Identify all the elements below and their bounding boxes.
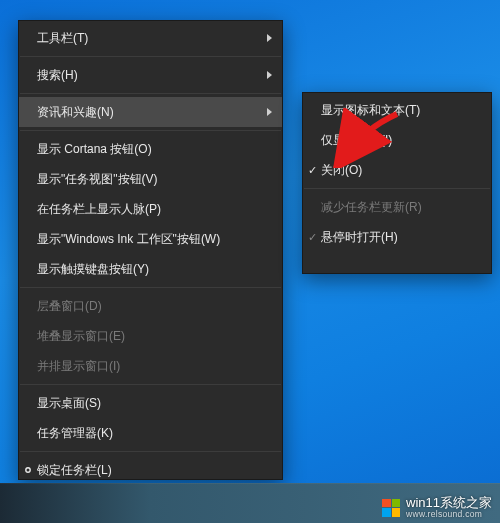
menu-item-label: 锁定任务栏(L) xyxy=(37,462,272,479)
menu-item-cascade-windows: 层叠窗口(D) xyxy=(19,291,282,321)
menu-item-label: 显示图标和文本(T) xyxy=(321,102,481,119)
news-interests-submenu: 显示图标和文本(T) 仅显示图标(I) ✓ 关闭(O) 减少任务栏更新(R) ✓… xyxy=(302,92,492,274)
watermark-url: www.relsound.com xyxy=(406,510,492,519)
taskbar-context-menu: 工具栏(T) 搜索(H) 资讯和兴趣(N) 显示 Cortana 按钮(O) 显… xyxy=(18,20,283,480)
menu-item-label: 任务管理器(K) xyxy=(37,425,272,442)
menu-item-stack-windows: 堆叠显示窗口(E) xyxy=(19,321,282,351)
submenu-item-show-icon-only[interactable]: 仅显示图标(I) xyxy=(303,125,491,155)
menu-separator xyxy=(20,93,281,94)
windows-logo-icon xyxy=(382,499,400,517)
submenu-item-show-icon-text[interactable]: 显示图标和文本(T) xyxy=(303,95,491,125)
menu-item-show-ink-workspace[interactable]: 显示"Windows Ink 工作区"按钮(W) xyxy=(19,224,282,254)
submenu-item-reduce-updates: 减少任务栏更新(R) xyxy=(303,192,491,222)
lock-icon xyxy=(21,463,35,477)
desktop-background: 工具栏(T) 搜索(H) 资讯和兴趣(N) 显示 Cortana 按钮(O) 显… xyxy=(0,0,500,523)
menu-item-label: 搜索(H) xyxy=(37,67,263,84)
menu-item-show-taskview[interactable]: 显示"任务视图"按钮(V) xyxy=(19,164,282,194)
menu-item-news-interests[interactable]: 资讯和兴趣(N) xyxy=(19,97,282,127)
svg-point-0 xyxy=(26,468,30,472)
menu-separator xyxy=(20,451,281,452)
menu-item-label: 显示"任务视图"按钮(V) xyxy=(37,171,272,188)
menu-item-show-cortana[interactable]: 显示 Cortana 按钮(O) xyxy=(19,134,282,164)
menu-separator xyxy=(20,56,281,57)
menu-item-label: 堆叠显示窗口(E) xyxy=(37,328,272,345)
menu-item-label: 显示桌面(S) xyxy=(37,395,272,412)
menu-item-label: 关闭(O) xyxy=(321,162,481,179)
menu-item-task-manager[interactable]: 任务管理器(K) xyxy=(19,418,282,448)
menu-item-label: 悬停时打开(H) xyxy=(321,229,481,246)
menu-separator xyxy=(20,130,281,131)
menu-item-label: 在任务栏上显示人脉(P) xyxy=(37,201,272,218)
menu-item-label: 显示"Windows Ink 工作区"按钮(W) xyxy=(37,231,272,248)
menu-item-show-touch-keyboard[interactable]: 显示触摸键盘按钮(Y) xyxy=(19,254,282,284)
menu-separator xyxy=(20,384,281,385)
menu-item-label: 层叠窗口(D) xyxy=(37,298,272,315)
menu-item-label: 显示触摸键盘按钮(Y) xyxy=(37,261,272,278)
checkmark-icon: ✓ xyxy=(307,164,317,177)
menu-item-show-people[interactable]: 在任务栏上显示人脉(P) xyxy=(19,194,282,224)
menu-item-label: 工具栏(T) xyxy=(37,30,263,47)
chevron-right-icon xyxy=(267,108,272,116)
submenu-item-turn-off[interactable]: ✓ 关闭(O) xyxy=(303,155,491,185)
watermark: win11系统之家 www.relsound.com xyxy=(382,496,492,519)
submenu-item-open-on-hover[interactable]: ✓ 悬停时打开(H) xyxy=(303,222,491,252)
menu-separator xyxy=(20,287,281,288)
menu-item-show-desktop[interactable]: 显示桌面(S) xyxy=(19,388,282,418)
menu-item-search[interactable]: 搜索(H) xyxy=(19,60,282,90)
menu-item-label: 减少任务栏更新(R) xyxy=(321,199,481,216)
menu-item-label: 资讯和兴趣(N) xyxy=(37,104,263,121)
menu-item-sidebyside-windows: 并排显示窗口(I) xyxy=(19,351,282,381)
menu-item-label: 并排显示窗口(I) xyxy=(37,358,272,375)
menu-item-label: 显示 Cortana 按钮(O) xyxy=(37,141,272,158)
menu-item-lock-taskbar[interactable]: 锁定任务栏(L) xyxy=(19,455,282,485)
chevron-right-icon xyxy=(267,34,272,42)
menu-separator xyxy=(304,188,490,189)
menu-item-toolbars[interactable]: 工具栏(T) xyxy=(19,23,282,53)
chevron-right-icon xyxy=(267,71,272,79)
menu-item-label: 仅显示图标(I) xyxy=(321,132,481,149)
checkmark-icon: ✓ xyxy=(307,231,317,244)
